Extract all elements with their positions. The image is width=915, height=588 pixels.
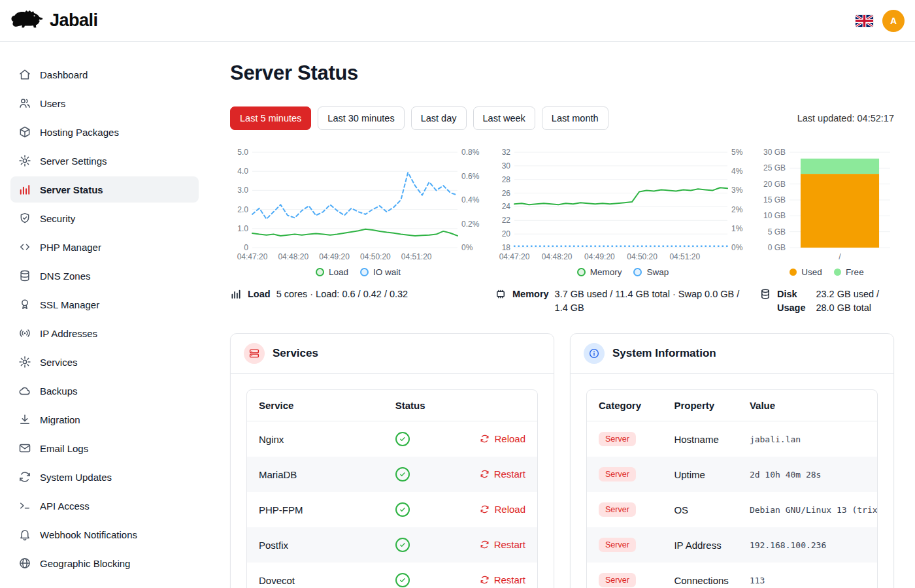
stat-value: 23.2 GB used / 28.0 GB total xyxy=(816,287,894,315)
svg-text:0%: 0% xyxy=(731,243,743,252)
brand[interactable]: Jabali xyxy=(9,8,98,33)
bar-chart-icon xyxy=(230,288,242,300)
filter-last-30-minutes[interactable]: Last 30 minutes xyxy=(318,106,404,130)
status-ok-icon xyxy=(395,432,410,446)
svg-text:04:51:20: 04:51:20 xyxy=(669,252,700,261)
refresh-icon xyxy=(18,470,31,483)
certificate-icon xyxy=(18,298,31,311)
stat-disk-usage: Disk Usage23.2 GB used / 28.0 GB total xyxy=(759,287,894,315)
sidebar-item-webhook-notifications[interactable]: Webhook Notifications xyxy=(10,521,199,547)
cloud-icon xyxy=(18,384,31,397)
disk-chart-block: 30 GB25 GB20 GB15 GB10 GB5 GB0 GB/UsedFr… xyxy=(759,147,894,315)
sidebar-item-label: Hosting Packages xyxy=(40,127,119,138)
sidebar-item-ip-addresses[interactable]: IP Addresses xyxy=(10,320,199,346)
sidebar-item-label: DNS Zones xyxy=(40,270,91,282)
legend-io-wait-marker xyxy=(360,268,369,276)
svg-text:18: 18 xyxy=(502,243,511,252)
sidebar-item-api-access[interactable]: API Access xyxy=(10,493,199,519)
svg-text:1.0: 1.0 xyxy=(237,224,248,233)
svg-text:0.8%: 0.8% xyxy=(461,148,480,157)
sidebar-item-services[interactable]: Services xyxy=(10,349,199,375)
sidebar-item-users[interactable]: Users xyxy=(10,90,199,116)
col-status: Status xyxy=(384,390,456,421)
broadcast-icon xyxy=(18,327,31,340)
sidebar-item-dashboard[interactable]: Dashboard xyxy=(10,61,199,88)
reload-php-fpm-button[interactable]: Reload xyxy=(480,504,525,515)
property-value: 2d 10h 40m 28s xyxy=(738,457,877,492)
refresh-icon xyxy=(480,540,490,549)
service-row-php-fpm: PHP-FPMReload xyxy=(247,492,537,527)
refresh-icon xyxy=(480,434,490,444)
svg-text:04:47:20: 04:47:20 xyxy=(237,252,268,261)
reload-nginx-button[interactable]: Reload xyxy=(480,433,525,444)
filter-last-week[interactable]: Last week xyxy=(473,106,535,130)
property-name: Uptime xyxy=(662,457,737,492)
sidebar-item-label: Email Logs xyxy=(40,443,88,454)
svg-text:4.0: 4.0 xyxy=(237,167,248,176)
services-card-header: Services xyxy=(231,334,554,374)
svg-text:04:49:20: 04:49:20 xyxy=(319,252,350,261)
sidebar-item-geographic-blocking[interactable]: Geographic Blocking xyxy=(10,550,199,576)
restart-mariadb-button[interactable]: Restart xyxy=(480,468,525,480)
memory-icon xyxy=(495,288,507,300)
sidebar-item-server-settings[interactable]: Server Settings xyxy=(10,148,199,174)
sidebar-item-system-updates[interactable]: System Updates xyxy=(10,464,199,490)
sidebar-item-label: IP Addresses xyxy=(40,328,97,339)
server-stack-icon xyxy=(244,343,265,364)
legend-used: Used xyxy=(790,267,822,277)
system-row-connections: ServerConnections113 xyxy=(587,563,877,588)
globe-icon xyxy=(18,557,31,570)
gear-icon xyxy=(18,355,31,368)
property-name: OS xyxy=(662,492,737,527)
property-name: IP Address xyxy=(662,527,737,563)
legend-load: Load xyxy=(316,267,348,277)
svg-text:20 GB: 20 GB xyxy=(763,180,786,189)
sidebar-item-security[interactable]: Security xyxy=(10,205,199,231)
sidebar-item-label: Security xyxy=(40,213,75,224)
download-icon xyxy=(18,413,31,426)
services-card: Services Service Status NginxReloadMaria… xyxy=(230,333,554,588)
terminal-icon xyxy=(18,499,31,512)
svg-text:22: 22 xyxy=(502,216,511,225)
svg-text:1%: 1% xyxy=(731,224,743,233)
users-icon xyxy=(18,97,31,110)
filter-last-day[interactable]: Last day xyxy=(411,106,467,130)
stat-memory: Memory3.7 GB used / 11.4 GB total · Swap… xyxy=(495,287,751,315)
svg-text:0.2%: 0.2% xyxy=(461,220,480,229)
top-bar: Jabali A xyxy=(0,0,915,42)
memory-chart-block: 32302826242220185%4%3%2%1%0%04:47:2004:4… xyxy=(495,147,751,315)
sidebar-item-label: Services xyxy=(40,357,78,368)
restart-postfix-button[interactable]: Restart xyxy=(480,539,525,550)
system-info-table: Category Property Value ServerHostnameja… xyxy=(587,390,877,588)
refresh-icon xyxy=(480,504,490,514)
system-row-os: ServerOSDebian GNU/Linux 13 (trixie) xyxy=(587,492,877,527)
sidebar-item-email-logs[interactable]: Email Logs xyxy=(10,435,199,461)
refresh-icon xyxy=(480,469,490,479)
filter-last-month[interactable]: Last month xyxy=(542,106,608,130)
svg-text:24: 24 xyxy=(502,202,511,211)
sidebar-item-backups[interactable]: Backups xyxy=(10,378,199,404)
filter-last-5-minutes[interactable]: Last 5 minutes xyxy=(230,106,311,130)
svg-text:04:48:20: 04:48:20 xyxy=(542,252,573,261)
sidebar-item-ssl-manager[interactable]: SSL Manager xyxy=(10,291,199,318)
service-name: Nginx xyxy=(247,421,384,457)
sidebar-item-php-manager[interactable]: PHP Manager xyxy=(10,234,199,260)
sidebar-item-server-status[interactable]: Server Status xyxy=(10,176,199,203)
sidebar-item-label: API Access xyxy=(40,500,90,512)
user-avatar[interactable]: A xyxy=(882,10,905,32)
uk-flag-icon[interactable] xyxy=(856,15,873,27)
category-badge: Server xyxy=(599,573,636,587)
sidebar-item-label: Webhook Notifications xyxy=(40,529,137,540)
category-badge: Server xyxy=(599,502,636,517)
property-value: 113 xyxy=(738,563,877,588)
sidebar-item-hosting-packages[interactable]: Hosting Packages xyxy=(10,119,199,145)
svg-text:15 GB: 15 GB xyxy=(763,195,786,204)
svg-text:32: 32 xyxy=(502,148,511,157)
sidebar-item-dns-zones[interactable]: DNS Zones xyxy=(10,263,199,289)
svg-text:0.4%: 0.4% xyxy=(461,195,480,204)
restart-dovecot-button[interactable]: Restart xyxy=(480,574,525,585)
sidebar-item-migration[interactable]: Migration xyxy=(10,406,199,433)
sidebar-nav: DashboardUsersHosting PackagesServer Set… xyxy=(10,61,199,576)
property-value: jabali.lan xyxy=(738,421,877,457)
category-badge: Server xyxy=(599,467,636,482)
